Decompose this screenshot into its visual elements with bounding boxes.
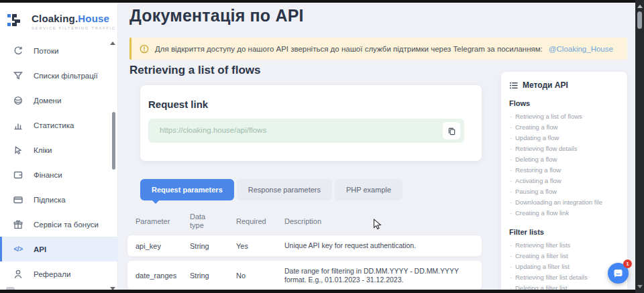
scroll-down-icon[interactable]: [637, 285, 643, 288]
sidebar-item-label: Домени: [34, 97, 61, 105]
sidebar-item-referrals[interactable]: Реферали: [0, 261, 118, 286]
sidebar-item-label: Списки фільтрації: [34, 72, 98, 80]
list-icon: [509, 81, 518, 90]
sidebar-item-domains[interactable]: Домени: [0, 88, 118, 113]
method-link[interactable]: Restoring a flow: [509, 165, 621, 176]
sidebar-item-label: API: [34, 245, 46, 253]
cell-description: Unique API key for request authenticatio…: [284, 241, 482, 250]
warning-circle-icon: [140, 44, 149, 54]
col-header-description: Description: [284, 217, 482, 225]
sidebar-scrollbar-thumb[interactable]: [112, 112, 115, 170]
sidebar-menu: Потоки Списки фільтрації Домени: [0, 38, 118, 286]
method-link[interactable]: Creating a flow: [509, 122, 621, 133]
services-icon: [13, 219, 23, 230]
tab-response-parameters[interactable]: Response parameters: [237, 179, 332, 200]
api-icon: </>: [13, 244, 23, 255]
method-link[interactable]: Activating a flow: [509, 176, 621, 186]
method-link[interactable]: Retrieving filter list details: [509, 272, 621, 283]
sidebar-item-subscription[interactable]: Підписка: [0, 187, 118, 212]
method-link[interactable]: Retrieving a list of flows: [509, 111, 621, 122]
sidebar-item-label: Статистика: [34, 121, 74, 129]
brand-name-accent: House: [78, 13, 109, 24]
filter-lists-icon: [13, 70, 23, 81]
table-row: api_key String Yes Unique API key for re…: [127, 235, 482, 256]
referrals-icon: [13, 269, 23, 280]
sidebar-item-clicks[interactable]: Кліки: [0, 137, 118, 162]
methods-panel-title: Методи API: [523, 80, 568, 90]
sidebar-item-finances[interactable]: Фінанси: [0, 162, 118, 187]
chat-unread-badge: 1: [623, 259, 632, 268]
copy-button[interactable]: [443, 122, 460, 139]
finances-icon: [13, 170, 23, 180]
subscription-icon: [13, 194, 23, 205]
methods-panel-header: Методи API: [509, 80, 621, 90]
api-access-banner: Для відкриття доступу до нашого API звер…: [129, 38, 627, 60]
flows-method-list: Retrieving a list of flows Creating a fl…: [509, 111, 621, 219]
sidebar-item-flows[interactable]: Потоки: [0, 38, 118, 63]
telegram-link[interactable]: @Cloaking_House: [549, 45, 613, 53]
sidebar-item-label: Підписка: [34, 196, 66, 204]
cell-description: Date range for filtering in DD.MM.YYYY -…: [284, 267, 482, 284]
tab-php-example[interactable]: PHP example: [335, 179, 402, 200]
chat-icon: [613, 269, 623, 278]
method-link[interactable]: Pausing a flow: [509, 186, 621, 197]
brand-name-primary: Cloaking.: [32, 13, 78, 24]
method-link[interactable]: Creating a flow link: [509, 208, 621, 219]
tab-request-parameters[interactable]: Request parameters: [140, 179, 234, 200]
method-link[interactable]: Retrieving flow details: [509, 143, 621, 154]
sidebar-item-services[interactable]: Сервіси та бонуси: [0, 212, 118, 237]
sidebar-item-label: Фінанси: [34, 171, 62, 179]
table-header-row: Parameter Data type Required Description: [127, 209, 482, 233]
copy-icon: [447, 127, 456, 135]
table-row: date_ranges String No Date range for fil…: [127, 261, 482, 290]
parameter-tabs: Request parameters Response parameters P…: [140, 179, 402, 200]
col-header-parameter: Parameter: [136, 217, 190, 225]
domains-icon: [13, 95, 23, 106]
banner-text: Для відкриття доступу до нашого API звер…: [155, 45, 543, 53]
sidebar-item-statistics[interactable]: Статистика: [0, 113, 118, 137]
statistics-icon: [13, 120, 23, 131]
logo[interactable]: Cloaking.House SERVICE FILTERING TRAFFIC: [0, 3, 117, 33]
cell-data-type: String: [190, 272, 236, 280]
cell-parameter: api_key: [136, 242, 190, 250]
cell-required: No: [236, 272, 284, 280]
cell-data-type: String: [190, 242, 236, 250]
cell-required: Yes: [236, 242, 284, 250]
flows-icon: [13, 46, 23, 56]
method-link[interactable]: Retrieving filter lists: [509, 240, 621, 251]
request-url-field[interactable]: https://cloaking.house/api/flows: [148, 119, 464, 143]
method-link[interactable]: Updating a filter list: [509, 261, 621, 272]
request-url-value: https://cloaking.house/api/flows: [160, 126, 266, 134]
sidebar-item-label: Реферали: [34, 270, 70, 278]
window-top-edge: [0, 0, 644, 3]
window-bottom-edge: [0, 290, 644, 293]
method-link[interactable]: Updating a flow: [509, 133, 621, 143]
methods-section-filter-lists: Filter lists: [509, 228, 621, 236]
request-link-title: Request link: [148, 99, 208, 110]
parameters-table: Parameter Data type Required Description…: [127, 209, 482, 233]
sidebar-scroll-up-icon[interactable]: [110, 42, 115, 45]
sidebar: Cloaking.House SERVICE FILTERING TRAFFIC…: [0, 3, 118, 290]
method-link[interactable]: Deleting a flow: [509, 154, 621, 165]
api-methods-panel: Методи API Flows Retrieving a list of fl…: [501, 72, 627, 293]
section-title: Retrieving a list of flows: [129, 64, 261, 77]
col-header-required: Required: [236, 217, 284, 225]
sidebar-item-label: Сервіси та бонуси: [34, 221, 99, 229]
filter-lists-method-list: Retrieving filter lists Creating a filte…: [509, 240, 621, 293]
window-scrollbar-thumb[interactable]: [637, 11, 642, 29]
brand-logo-icon: [6, 10, 26, 33]
page-title: Документація по API: [129, 6, 304, 25]
method-link[interactable]: Downloading an integration file: [509, 197, 621, 208]
clicks-icon: [13, 145, 23, 156]
sidebar-item-api[interactable]: </> API: [0, 237, 118, 261]
scroll-up-icon[interactable]: [637, 5, 643, 8]
window-scrollbar[interactable]: [635, 0, 644, 293]
sidebar-item-filter-lists[interactable]: Списки фільтрації: [0, 63, 118, 88]
sidebar-item-label: Потоки: [34, 47, 58, 55]
col-header-data-type: Data type: [190, 213, 236, 230]
methods-section-flows: Flows: [509, 99, 621, 107]
brand-tagline: SERVICE FILTERING TRAFFIC: [32, 26, 116, 30]
method-link[interactable]: Creating a filter list: [509, 251, 621, 261]
cell-parameter: date_ranges: [136, 272, 190, 280]
request-link-card: Request link https://cloaking.house/api/…: [140, 85, 482, 161]
